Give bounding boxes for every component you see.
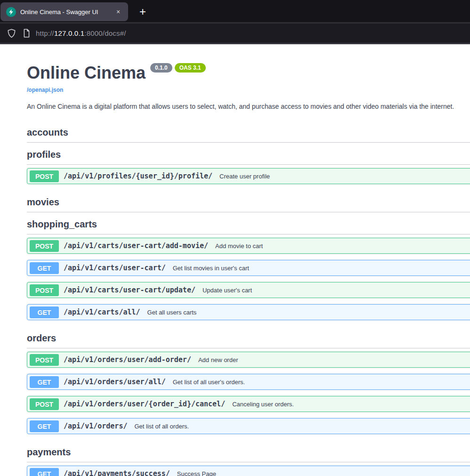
endpoint-row[interactable]: GET/api/v1/orders/user/all/Get list of a… bbox=[27, 374, 470, 390]
url-path: :8000/docs#/ bbox=[84, 29, 126, 37]
version-badges: 0.1.0OAS 3.1 bbox=[150, 63, 206, 73]
endpoint-row[interactable]: GET/api/v1/carts/all/Get all users carts bbox=[27, 304, 470, 320]
method-badge: GET bbox=[30, 376, 59, 388]
url-host: 127.0.0.1 bbox=[54, 29, 84, 37]
api-description: An Online Cinema is a digital platform t… bbox=[27, 103, 470, 110]
endpoint-summary: Add new order bbox=[198, 356, 238, 363]
endpoint-row[interactable]: POST/api/v1/orders/user/{order_id}/cance… bbox=[27, 396, 470, 412]
page-title: Online Cinema0.1.0OAS 3.1 bbox=[27, 64, 470, 82]
endpoint-path: /api/v1/payments/success/ bbox=[64, 469, 170, 476]
endpoint-summary: Create user profile bbox=[219, 173, 270, 180]
endpoint-summary: Get list of all user's orders. bbox=[173, 379, 245, 386]
endpoint-path: /api/v1/profiles/{user_id}/profile/ bbox=[64, 172, 212, 180]
lightning-bolt-icon bbox=[8, 9, 14, 15]
endpoint-summary: Canceling user orders. bbox=[232, 401, 294, 408]
version-badge: 0.1.0 bbox=[150, 63, 172, 73]
endpoint-row[interactable]: GET/api/v1/carts/user-cart/Get list movi… bbox=[27, 260, 470, 276]
swagger-page: Online Cinema0.1.0OAS 3.1 /openapi.json … bbox=[0, 64, 470, 476]
endpoint-row[interactable]: GET/api/v1/payments/success/Success Page bbox=[27, 466, 470, 476]
method-badge: POST bbox=[30, 284, 59, 296]
method-badge: GET bbox=[30, 307, 59, 318]
endpoint-path: /api/v1/carts/user-cart/update/ bbox=[64, 286, 195, 294]
tag-section-accounts: accounts bbox=[27, 121, 470, 143]
method-badge: POST bbox=[30, 354, 59, 366]
tag-section-shopping_carts: shopping_cartsPOST/api/v1/carts/user-car… bbox=[27, 212, 470, 320]
browser-tab[interactable]: Online Cinema - Swagger UI × bbox=[0, 2, 128, 21]
tab-bar: Online Cinema - Swagger UI × + bbox=[0, 0, 470, 24]
endpoint-row[interactable]: POST/api/v1/carts/user-cart/update/Updat… bbox=[27, 282, 470, 298]
endpoint-summary: Success Page bbox=[177, 470, 216, 476]
endpoint-summary: Add movie to cart bbox=[215, 242, 263, 250]
tag-section-movies: movies bbox=[27, 190, 470, 212]
endpoint-path: /api/v1/carts/all/ bbox=[64, 308, 140, 316]
endpoint-summary: Update user's cart bbox=[203, 287, 252, 294]
tag-heading-profiles[interactable]: profiles bbox=[27, 143, 470, 165]
endpoint-list: POST/api/v1/profiles/{user_id}/profile/C… bbox=[27, 165, 470, 184]
tag-heading-accounts[interactable]: accounts bbox=[27, 121, 470, 143]
tag-section-orders: ordersPOST/api/v1/orders/user/add-order/… bbox=[27, 326, 470, 434]
endpoint-path: /api/v1/orders/ bbox=[64, 422, 127, 430]
endpoint-row[interactable]: POST/api/v1/orders/user/add-order/Add ne… bbox=[27, 352, 470, 368]
tag-heading-payments[interactable]: payments bbox=[27, 440, 470, 462]
method-badge: GET bbox=[30, 468, 59, 476]
method-badge: GET bbox=[30, 262, 59, 274]
endpoint-path: /api/v1/carts/user-cart/ bbox=[64, 264, 166, 272]
api-sections: accountsprofilesPOST/api/v1/profiles/{us… bbox=[27, 121, 470, 476]
browser-chrome: Online Cinema - Swagger UI × + http://12… bbox=[0, 0, 470, 44]
endpoint-row[interactable]: POST/api/v1/carts/user-cart/add-movie/Ad… bbox=[27, 238, 470, 254]
tag-heading-shopping_carts[interactable]: shopping_carts bbox=[27, 212, 470, 234]
endpoint-path: /api/v1/orders/user/all/ bbox=[64, 378, 166, 386]
openapi-spec-link[interactable]: /openapi.json bbox=[27, 87, 63, 93]
endpoint-row[interactable]: POST/api/v1/profiles/{user_id}/profile/C… bbox=[27, 168, 470, 184]
url-scheme: http:// bbox=[36, 29, 54, 37]
page-info-icon[interactable] bbox=[20, 27, 33, 40]
api-title-text: Online Cinema bbox=[27, 63, 146, 82]
tab-close-icon[interactable]: × bbox=[113, 7, 123, 17]
endpoint-list: GET/api/v1/payments/success/Success Page bbox=[27, 462, 470, 476]
endpoint-path: /api/v1/orders/user/{order_id}/cancel/ bbox=[64, 400, 225, 408]
endpoint-row[interactable]: GET/api/v1/orders/Get list of all orders… bbox=[27, 418, 470, 434]
oas-badge: OAS 3.1 bbox=[175, 63, 206, 73]
endpoint-summary: Get list movies in user's cart bbox=[173, 265, 249, 272]
fastapi-favicon-icon bbox=[6, 7, 16, 17]
method-badge: POST bbox=[30, 398, 59, 410]
method-badge: GET bbox=[30, 420, 59, 432]
tab-title: Online Cinema - Swagger UI bbox=[20, 8, 113, 16]
endpoint-list: POST/api/v1/orders/user/add-order/Add ne… bbox=[27, 348, 470, 434]
api-info-block: Online Cinema0.1.0OAS 3.1 /openapi.json … bbox=[27, 64, 470, 110]
endpoint-list: POST/api/v1/carts/user-cart/add-movie/Ad… bbox=[27, 234, 470, 320]
method-badge: POST bbox=[30, 240, 59, 252]
endpoint-summary: Get all users carts bbox=[147, 309, 197, 316]
tag-heading-orders[interactable]: orders bbox=[27, 326, 470, 348]
tag-heading-movies[interactable]: movies bbox=[27, 190, 470, 212]
tracking-protection-shield-icon[interactable] bbox=[5, 27, 18, 40]
url-text[interactable]: http://127.0.0.1:8000/docs#/ bbox=[36, 29, 126, 37]
endpoint-path: /api/v1/orders/user/add-order/ bbox=[64, 355, 191, 364]
new-tab-button[interactable]: + bbox=[136, 5, 150, 19]
endpoint-path: /api/v1/carts/user-cart/add-movie/ bbox=[64, 242, 208, 250]
tag-section-payments: paymentsGET/api/v1/payments/success/Succ… bbox=[27, 440, 470, 476]
address-bar[interactable]: http://127.0.0.1:8000/docs#/ bbox=[0, 24, 470, 44]
method-badge: POST bbox=[30, 170, 59, 182]
tag-section-profiles: profilesPOST/api/v1/profiles/{user_id}/p… bbox=[27, 143, 470, 184]
endpoint-summary: Get list of all orders. bbox=[134, 423, 189, 430]
